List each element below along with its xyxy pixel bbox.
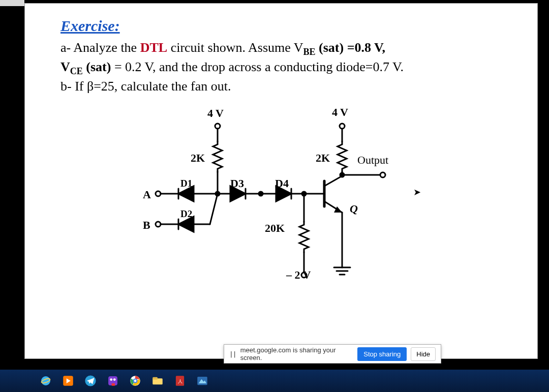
file-explorer-icon[interactable]: [147, 372, 168, 389]
media-player-icon[interactable]: [58, 372, 78, 389]
svg-point-42: [110, 378, 112, 381]
text: = 0.2 V, and the drop across a conductin…: [111, 59, 404, 74]
label-d1: D1: [180, 177, 192, 190]
label-2k-left: 2K: [191, 150, 205, 166]
svg-text:人: 人: [178, 379, 182, 384]
label-b: B: [143, 218, 150, 233]
ie-icon[interactable]: [36, 372, 56, 389]
svg-point-47: [134, 380, 137, 382]
stop-sharing-button[interactable]: Stop sharing: [357, 347, 407, 361]
circuit-svg: [124, 105, 439, 308]
text: circuit shown. Assume V: [167, 40, 303, 55]
messenger-icon[interactable]: [103, 372, 123, 389]
svg-rect-44: [112, 383, 115, 386]
label-4v-left: 4 V: [207, 106, 224, 121]
vce-sub: CE: [70, 66, 83, 76]
telegram-icon[interactable]: [80, 372, 101, 389]
label-a: A: [143, 187, 151, 202]
exercise-text: Exercise: a- Analyze the DTL circuit sho…: [25, 4, 537, 313]
label-d4: D4: [275, 176, 289, 191]
windows-taskbar[interactable]: 人: [0, 370, 549, 392]
pdf-reader-icon[interactable]: 人: [170, 372, 190, 389]
document-page: Exercise: a- Analyze the DTL circuit sho…: [24, 3, 538, 359]
svg-point-27: [340, 124, 345, 129]
line-a2: VCE (sat) = 0.2 V, and the drop across a…: [60, 58, 502, 77]
label-2k-right: 2K: [316, 150, 330, 166]
dtl-term: DTL: [140, 40, 167, 55]
pause-icon[interactable]: ||: [229, 350, 236, 358]
line-a: a- Analyze the DTL circuit shown. Assume…: [60, 39, 502, 58]
label-neg2v: – 2 V: [286, 267, 311, 283]
text: a- Analyze the: [60, 40, 140, 55]
share-text: meet.google.com is sharing your screen.: [240, 346, 354, 361]
picture-viewer-icon[interactable]: [192, 372, 212, 389]
label-d3: D3: [230, 176, 244, 191]
label-4v-right: 4 V: [332, 105, 348, 120]
label-20k: 20K: [265, 221, 285, 236]
text: (sat): [83, 59, 111, 74]
hide-button[interactable]: Hide: [411, 347, 436, 361]
svg-point-30: [380, 172, 385, 177]
vbe-sub: BE: [303, 47, 316, 57]
svg-line-23: [324, 176, 342, 186]
text: V: [60, 59, 70, 74]
label-q: Q: [350, 201, 358, 217]
svg-line-9: [210, 194, 218, 224]
label-d2: D2: [180, 207, 192, 221]
line-b: b- If β=25, calculate the fan out.: [60, 77, 502, 95]
chrome-icon[interactable]: [125, 372, 145, 389]
toolbar-fragment: [0, 0, 24, 6]
cursor-icon: ➤: [413, 186, 421, 198]
exercise-title: Exercise:: [60, 16, 502, 37]
text: (sat) =0.8 V,: [316, 40, 385, 55]
circuit-diagram: 4 V 4 V 2K 2K Output A B D1 D2 D3 D4 20K…: [124, 105, 439, 308]
label-output: Output: [357, 153, 388, 168]
svg-point-43: [113, 378, 116, 381]
screen-share-notification: || meet.google.com is sharing your scree…: [224, 344, 441, 364]
svg-rect-49: [152, 377, 158, 380]
